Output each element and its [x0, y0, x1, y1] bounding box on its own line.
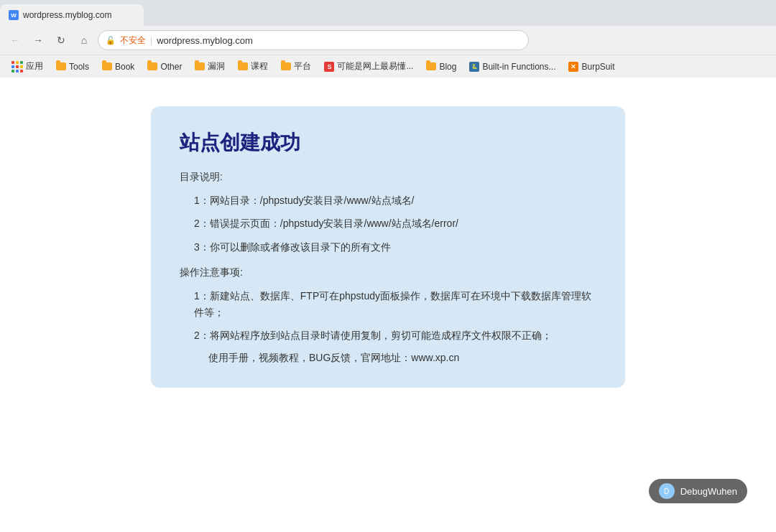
bookmark-burpsuite-label: BurpSuit: [581, 62, 614, 72]
bookmark-builtinfunc-label: Built-in Functions...: [482, 62, 555, 72]
bookmarks-bar: 应用 Tools Book Other 漏洞 课程: [0, 55, 776, 78]
notes-item-1: 1：新建站点、数据库、FTP可在phpstudy面板操作，数据库可在环境中下载数…: [194, 288, 596, 320]
folder-icon-louhong: [195, 62, 205, 70]
bookmark-tools-label: Tools: [69, 62, 89, 72]
card-title: 站点创建成功: [180, 129, 596, 157]
apps-grid-icon: [11, 61, 23, 73]
security-icon: 🔓: [106, 36, 116, 45]
forward-button[interactable]: →: [29, 31, 47, 50]
bookmark-sogou-label: 可能是网上最易懂...: [337, 60, 413, 73]
info-card: 站点创建成功 目录说明: 1：网站目录：/phpstudy安装目录/www/站点…: [151, 106, 625, 388]
bookmark-apps-label: 应用: [26, 60, 43, 73]
security-text: 不安全: [120, 34, 146, 47]
bookmark-louhong[interactable]: 漏洞: [189, 58, 231, 75]
page-content: 站点创建成功 目录说明: 1：网站目录：/phpstudy安装目录/www/站点…: [0, 78, 776, 532]
tab-label: wordpress.myblog.com: [23, 10, 111, 20]
bookmark-blog[interactable]: Blog: [420, 60, 462, 74]
dir-item-3: 3：你可以删除或者修改该目录下的所有文件: [194, 239, 596, 255]
browser-chrome: W wordpress.myblog.com ← → ↻ ⌂ 🔓 不安全 | w…: [0, 0, 776, 78]
active-tab[interactable]: W wordpress.myblog.com: [0, 4, 144, 26]
bookmark-other-label: Other: [160, 62, 182, 72]
folder-icon-book: [102, 62, 112, 70]
bookmark-course[interactable]: 课程: [232, 58, 274, 75]
s-icon-sogou: S: [324, 62, 334, 72]
bookmark-builtinfunc[interactable]: 🐍 Built-in Functions...: [463, 60, 561, 74]
bookmark-apps[interactable]: 应用: [6, 58, 49, 75]
folder-icon-other: [147, 62, 157, 70]
address-bar: ← → ↻ ⌂ 🔓 不安全 | wordpress.myblog.com: [0, 26, 776, 55]
bookmark-platform-label: 平台: [294, 60, 311, 73]
footer-note: 使用手册，视频教程，BUG反馈，官网地址：www.xp.cn: [180, 352, 596, 365]
bookmark-louhong-label: 漏洞: [208, 60, 225, 73]
bookmark-other[interactable]: Other: [142, 60, 188, 74]
section1-label: 目录说明:: [180, 171, 596, 184]
back-button[interactable]: ←: [6, 31, 24, 50]
py-icon-builtinfunc: 🐍: [469, 62, 479, 72]
url-text: wordpress.myblog.com: [157, 35, 253, 46]
bookmark-sogou[interactable]: S 可能是网上最易懂...: [318, 58, 419, 75]
directory-list: 1：网站目录：/phpstudy安装目录/www/站点域名/ 2：错误提示页面：…: [180, 192, 596, 255]
bookmark-book-label: Book: [115, 62, 134, 72]
url-bar[interactable]: 🔓 不安全 | wordpress.myblog.com: [98, 30, 529, 50]
folder-icon-tools: [56, 62, 66, 70]
tab-favicon: W: [9, 10, 19, 20]
folder-icon-course: [238, 62, 248, 70]
folder-icon-platform: [281, 62, 291, 70]
dir-item-1: 1：网站目录：/phpstudy安装目录/www/站点域名/: [194, 192, 596, 208]
notes-item-2: 2：将网站程序放到站点目录时请使用复制，剪切可能造成程序文件权限不正确；: [194, 327, 596, 343]
url-separator: |: [150, 35, 152, 45]
bookmark-course-label: 课程: [251, 60, 268, 73]
x-icon-burpsuite: ✕: [568, 62, 578, 72]
notes-list: 1：新建站点、数据库、FTP可在phpstudy面板操作，数据库可在环境中下载数…: [180, 288, 596, 343]
tab-bar: W wordpress.myblog.com: [0, 0, 776, 26]
bookmark-tools[interactable]: Tools: [50, 60, 95, 74]
bookmark-burpsuite[interactable]: ✕ BurpSuit: [563, 60, 620, 74]
refresh-button[interactable]: ↻: [52, 31, 70, 50]
home-button[interactable]: ⌂: [75, 31, 93, 50]
bookmark-blog-label: Blog: [439, 62, 456, 72]
bookmark-book[interactable]: Book: [96, 60, 140, 74]
folder-icon-blog: [426, 62, 436, 70]
section2-label: 操作注意事项:: [180, 266, 596, 279]
bookmark-platform[interactable]: 平台: [275, 58, 317, 75]
dir-item-2: 2：错误提示页面：/phpstudy安装目录/www/站点域名/error/: [194, 215, 596, 231]
